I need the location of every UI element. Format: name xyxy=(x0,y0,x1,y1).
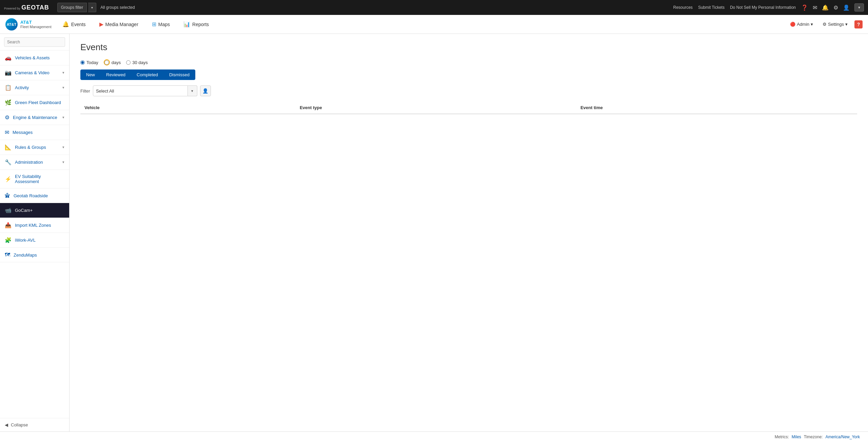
cameras-video-arrow-icon: ▾ xyxy=(62,71,64,75)
sidebar-item-ev-suitability[interactable]: ⚡ EV Suitability Assessment xyxy=(0,170,69,188)
radio-today-text: Today xyxy=(86,60,98,65)
second-bar-right: 🔴 Admin ▾ ⚙ Settings ▾ ? xyxy=(787,20,863,28)
engine-maintenance-arrow-icon: ▾ xyxy=(62,115,64,120)
admin-button[interactable]: 🔴 Admin ▾ xyxy=(787,20,816,28)
sidebar-label-rules-groups: Rules & Groups xyxy=(15,145,59,150)
nav-events-label: Events xyxy=(71,22,86,27)
submit-tickets-link[interactable]: Submit Tickets xyxy=(698,5,725,10)
sidebar-label-messages: Messages xyxy=(13,130,64,135)
sidebar-label-engine-maintenance: Engine & Maintenance xyxy=(13,115,59,120)
radio-30days-label[interactable]: 30 days xyxy=(126,60,148,65)
page-title: Events xyxy=(80,42,857,53)
user-dropdown-button[interactable]: ▾ xyxy=(854,3,864,12)
radio-days-input[interactable] xyxy=(104,60,109,65)
settings-gear-icon: ⚙ xyxy=(823,22,827,27)
filter-export-button[interactable]: 👤 xyxy=(200,85,211,96)
collapse-label: Collapse xyxy=(11,422,28,427)
timezone-label: Timezone: xyxy=(804,435,823,439)
timezone-value-link[interactable]: America/New_York xyxy=(825,435,860,439)
tab-new-button[interactable]: New xyxy=(80,69,101,80)
iwork-avl-icon: 🧩 xyxy=(5,237,12,243)
att-text-block: AT&T Fleet Management xyxy=(20,20,52,29)
settings-label: Settings xyxy=(828,22,844,27)
sidebar-item-messages[interactable]: ✉ Messages xyxy=(0,125,69,140)
radio-days-highlight xyxy=(104,59,110,65)
sidebar-label-import-kml: Import KML Zones xyxy=(15,223,64,228)
sidebar-item-zendu-maps[interactable]: 🗺 ZenduMaps xyxy=(0,248,69,262)
messages-icon: ✉ xyxy=(5,129,9,136)
tab-completed-button[interactable]: Completed xyxy=(131,69,164,80)
help-red-button[interactable]: ? xyxy=(854,20,863,28)
bell-icon[interactable]: 🔔 xyxy=(822,4,829,11)
nav-reports-label: Reports xyxy=(192,22,209,27)
geotab-logo-text: GEOTAB xyxy=(21,4,49,11)
radio-days-label[interactable]: days xyxy=(104,59,121,65)
radio-today-label[interactable]: Today xyxy=(80,60,98,65)
help-icon[interactable]: ❓ xyxy=(801,4,808,11)
radio-30days-input[interactable] xyxy=(126,60,131,65)
sidebar-item-administration[interactable]: 🔧 Administration ▾ xyxy=(0,155,69,170)
sidebar-label-gocam: GoCam+ xyxy=(15,208,64,213)
groups-filter-button[interactable]: Groups filter xyxy=(57,3,87,12)
nav-media-manager[interactable]: ▶ Media Manager xyxy=(97,20,141,29)
top-bar: Powered by GEOTAB Groups filter ▾ All gr… xyxy=(0,0,868,15)
maps-icon: ⊞ xyxy=(152,21,156,27)
nav-events[interactable]: 🔔 Events xyxy=(60,20,88,29)
att-brand-text: AT&T xyxy=(20,20,52,25)
collapse-arrow-icon: ◀ xyxy=(5,422,8,427)
top-bar-left: Powered by GEOTAB Groups filter ▾ All gr… xyxy=(4,3,135,12)
activity-icon: 📋 xyxy=(5,84,12,91)
main-layout: 🚗 Vehicles & Assets 📷 Cameras & Video ▾ … xyxy=(0,34,868,431)
att-logo-circle: AT&T xyxy=(5,18,18,31)
reports-icon: 📊 xyxy=(183,21,190,27)
green-fleet-icon: 🌿 xyxy=(5,99,12,106)
sidebar-label-zendu-maps: ZenduMaps xyxy=(14,253,64,258)
nav-reports[interactable]: 📊 Reports xyxy=(181,20,212,29)
table-header: Vehicle Event type Event time xyxy=(80,102,857,114)
sidebar-item-import-kml[interactable]: 📥 Import KML Zones xyxy=(0,218,69,233)
table-header-row: Vehicle Event type Event time xyxy=(80,102,857,114)
help-question-label: ? xyxy=(857,22,860,27)
filter-select-wrapper: Select All ▾ xyxy=(93,85,197,96)
media-icon: ▶ xyxy=(99,21,103,27)
filter-select[interactable]: Select All xyxy=(93,85,188,96)
groups-filter-wrapper: Groups filter ▾ All groups selected xyxy=(57,3,135,12)
metrics-value-link[interactable]: Miles xyxy=(792,435,801,439)
tab-reviewed-button[interactable]: Reviewed xyxy=(100,69,131,80)
filter-label: Filter xyxy=(80,88,90,94)
sidebar-item-green-fleet[interactable]: 🌿 Green Fleet Dashboard xyxy=(0,95,69,110)
settings-arrow-icon: ▾ xyxy=(845,22,848,27)
cameras-video-icon: 📷 xyxy=(5,69,12,76)
resources-link[interactable]: Resources xyxy=(673,5,693,10)
sidebar-collapse-button[interactable]: ◀ Collapse xyxy=(0,418,69,431)
user-icon[interactable]: 👤 xyxy=(843,4,850,11)
tab-buttons: New Reviewed Completed Dismissed xyxy=(80,69,857,80)
sidebar-item-cameras-video[interactable]: 📷 Cameras & Video ▾ xyxy=(0,65,69,80)
sidebar-item-iwork-avl[interactable]: 🧩 iWork-AVL xyxy=(0,233,69,248)
nav-maps-label: Maps xyxy=(158,22,170,27)
sidebar-label-cameras-video: Cameras & Video xyxy=(15,70,59,75)
radio-days-text: days xyxy=(112,60,121,65)
settings-button[interactable]: ⚙ Settings ▾ xyxy=(820,20,850,28)
sidebar-item-activity[interactable]: 📋 Activity ▾ xyxy=(0,80,69,95)
sidebar-item-vehicles-assets[interactable]: 🚗 Vehicles & Assets xyxy=(0,51,69,65)
tab-dismissed-button[interactable]: Dismissed xyxy=(163,69,195,80)
filter-dropdown-button[interactable]: ▾ xyxy=(188,85,197,96)
sidebar-item-rules-groups[interactable]: 📐 Rules & Groups ▾ xyxy=(0,140,69,155)
sidebar-item-gocam[interactable]: 📹 GoCam+ xyxy=(0,203,69,218)
sidebar-search-input[interactable] xyxy=(4,37,65,47)
mail-icon[interactable]: ✉ xyxy=(813,4,817,11)
import-kml-icon: 📥 xyxy=(5,222,12,228)
nav-maps[interactable]: ⊞ Maps xyxy=(149,20,173,29)
radio-today-input[interactable] xyxy=(80,60,85,65)
admin-icon: 🔴 xyxy=(790,22,795,27)
att-logo: AT&T AT&T Fleet Management xyxy=(5,18,52,31)
groups-filter-dropdown-button[interactable]: ▾ xyxy=(88,3,96,12)
sidebar-item-geotab-roadside[interactable]: 🛣 Geotab Roadside xyxy=(0,188,69,203)
rules-groups-arrow-icon: ▾ xyxy=(62,145,64,149)
do-not-sell-link[interactable]: Do Not Sell My Personal Information xyxy=(730,5,796,10)
att-subtext: Fleet Management xyxy=(20,25,52,29)
sidebar-item-engine-maintenance[interactable]: ⚙ Engine & Maintenance ▾ xyxy=(0,110,69,125)
col-event-time: Event time xyxy=(576,102,857,114)
settings-icon[interactable]: ⚙ xyxy=(833,4,838,11)
